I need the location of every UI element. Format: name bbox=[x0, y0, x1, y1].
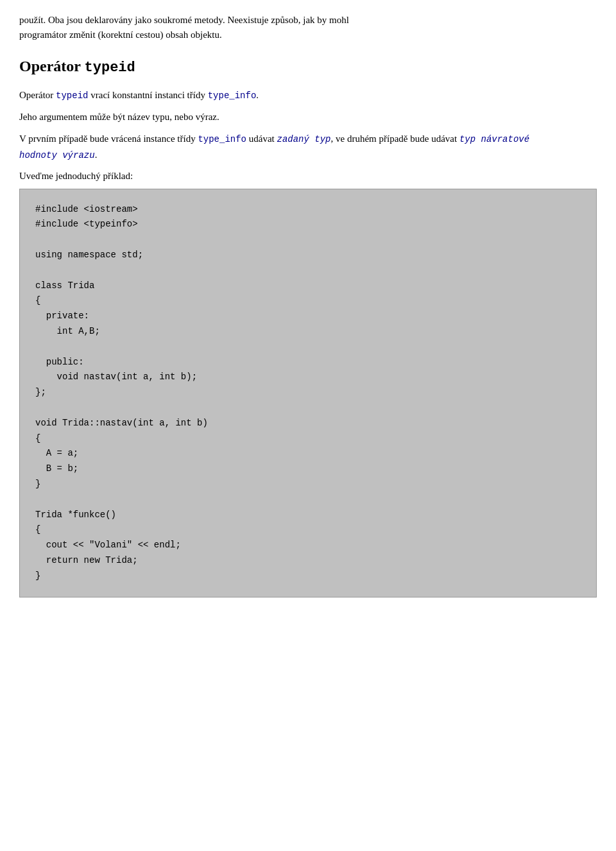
p1-middle: vrací konstantní instanci třídy bbox=[88, 90, 207, 100]
heading-prefix: Operátor bbox=[19, 58, 85, 74]
p3-code3: typ návratové bbox=[459, 134, 529, 144]
p3-middle1: udávat bbox=[246, 133, 277, 144]
p3-dot: . bbox=[95, 150, 98, 160]
code-block: #include <iostream> #include <typeinfo> … bbox=[19, 189, 597, 597]
intro-paragraph: použít. Oba jsou deklarovány jako soukro… bbox=[19, 13, 597, 42]
p3-code2: zadaný typ bbox=[277, 134, 331, 144]
intro-line1: použít. Oba jsou deklarovány jako soukro… bbox=[19, 15, 349, 25]
p1-prefix: Operátor bbox=[19, 90, 56, 100]
p1-suffix: . bbox=[256, 90, 259, 100]
p3-middle2: , ve druhém případě bude udávat bbox=[331, 133, 459, 144]
p1-code1: typeid bbox=[56, 90, 88, 101]
p3-code1: type_info bbox=[198, 134, 246, 144]
example-label: Uveďme jednoduchý příklad: bbox=[19, 169, 597, 184]
p3-prefix: V prvním případě bude vrácená instance t… bbox=[19, 133, 198, 144]
p2-text: Jeho argumentem může být název typu, neb… bbox=[19, 112, 219, 122]
heading-code: typeid bbox=[85, 60, 135, 76]
paragraph1: Operátor typeid vrací konstantní instanc… bbox=[19, 87, 597, 103]
paragraph3: V prvním případě bude vrácená instance t… bbox=[19, 131, 597, 162]
p3-suffix-code: hodnoty výrazu bbox=[19, 150, 95, 160]
paragraph2: Jeho argumentem může být název typu, neb… bbox=[19, 109, 597, 125]
intro-line2: programátor změnit (korektní cestou) obs… bbox=[19, 30, 222, 40]
section-heading: Operátor typeid bbox=[19, 55, 597, 78]
p1-code2: type_info bbox=[208, 90, 257, 101]
